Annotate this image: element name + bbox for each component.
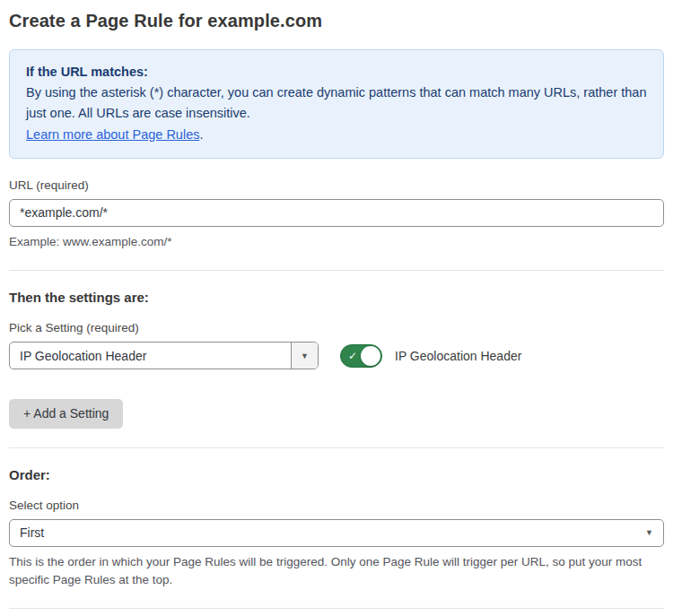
url-field-helper: Example: www.example.com/*: [9, 233, 664, 251]
url-field-group: URL (required) Example: www.example.com/…: [9, 178, 664, 251]
ip-geolocation-toggle-group: ✓ IP Geolocation Header: [340, 344, 521, 368]
callout-link-line: Learn more about Page Rules.: [26, 125, 647, 145]
order-select[interactable]: First ▼: [9, 519, 664, 547]
order-heading: Order:: [9, 467, 664, 482]
callout-body: By using the asterisk (*) character, you…: [26, 82, 647, 124]
chevron-down-icon[interactable]: ▼: [291, 343, 318, 369]
page-title: Create a Page Rule for example.com: [9, 11, 664, 31]
settings-section: Then the settings are: Pick a Setting (r…: [9, 290, 664, 429]
callout-heading: If the URL matches:: [26, 62, 647, 82]
chevron-down-icon: ▼: [645, 528, 653, 537]
create-page-rule-form: Create a Page Rule for example.com If th…: [0, 0, 673, 616]
setting-picker-label: Pick a Setting (required): [9, 321, 664, 334]
toggle-label: IP Geolocation Header: [395, 349, 521, 363]
order-section: Order: Select option First ▼ This is the…: [9, 467, 664, 590]
order-select-value: First: [20, 525, 44, 540]
toggle-knob: [361, 346, 380, 366]
divider: [9, 270, 664, 271]
url-input[interactable]: [9, 199, 664, 227]
ip-geolocation-toggle[interactable]: ✓: [340, 344, 382, 368]
callout-link-suffix: .: [199, 127, 203, 142]
divider: [9, 608, 664, 609]
check-icon: ✓: [348, 350, 357, 362]
learn-more-link[interactable]: Learn more about Page Rules: [26, 127, 199, 142]
settings-heading: Then the settings are:: [9, 290, 664, 305]
url-field-label: URL (required): [9, 178, 664, 192]
divider: [9, 447, 664, 448]
order-helper: This is the order in which your Page Rul…: [9, 553, 664, 590]
add-setting-button[interactable]: + Add a Setting: [9, 399, 123, 429]
url-match-info-callout: If the URL matches: By using the asteris…: [9, 49, 664, 159]
setting-row: IP Geolocation Header ▼ ✓ IP Geolocation…: [9, 342, 664, 369]
setting-select-value: IP Geolocation Header: [10, 343, 291, 369]
setting-select[interactable]: IP Geolocation Header ▼: [9, 342, 319, 369]
order-select-label: Select option: [9, 499, 664, 512]
